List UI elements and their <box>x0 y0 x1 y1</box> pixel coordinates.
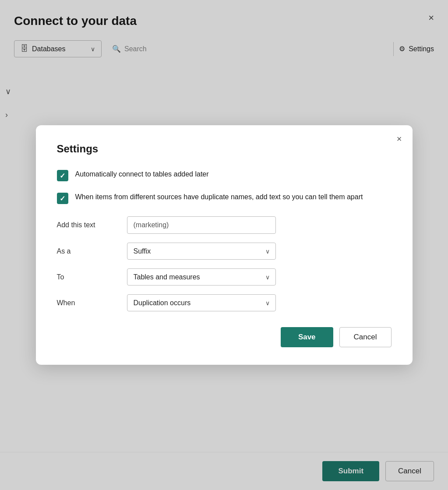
modal-title: Settings <box>57 143 392 155</box>
to-row: To Tables and measures Tables only Measu… <box>57 268 392 286</box>
to-label: To <box>57 273 127 281</box>
checkbox-row-2: ✓ When items from different sources have… <box>57 192 392 204</box>
when-select[interactable]: Duplication occurs Always <box>127 294 276 311</box>
form-section: Add this text As a Suffix Prefix ∨ To <box>57 216 392 311</box>
save-button[interactable]: Save <box>281 327 333 347</box>
settings-modal: Settings × ✓ Automatically connect to ta… <box>36 125 413 365</box>
checkbox1-label: Automatically connect to tables added la… <box>75 169 209 180</box>
as-a-label: As a <box>57 247 127 255</box>
to-select-wrapper: Tables and measures Tables only Measures… <box>127 268 276 286</box>
checkmark-icon: ✓ <box>60 172 65 180</box>
modal-footer: Save Cancel <box>57 327 392 347</box>
when-row: When Duplication occurs Always ∨ <box>57 294 392 311</box>
to-select[interactable]: Tables and measures Tables only Measures… <box>127 268 276 286</box>
modal-close-button[interactable]: × <box>397 134 402 144</box>
checkbox-row-1: ✓ Automatically connect to tables added … <box>57 169 392 181</box>
suffix-select[interactable]: Suffix Prefix <box>127 243 276 260</box>
add-text-input[interactable] <box>127 216 276 234</box>
when-label: When <box>57 299 127 307</box>
add-text-label: Add this text <box>57 221 127 229</box>
when-select-wrapper: Duplication occurs Always ∨ <box>127 294 276 311</box>
add-text-row: Add this text <box>57 216 392 234</box>
checkmark-2-icon: ✓ <box>60 194 65 203</box>
as-a-row: As a Suffix Prefix ∨ <box>57 243 392 260</box>
modal-cancel-button[interactable]: Cancel <box>339 327 392 347</box>
checkbox-auto-connect[interactable]: ✓ <box>57 170 68 181</box>
suffix-select-wrapper: Suffix Prefix ∨ <box>127 243 276 260</box>
checkbox-duplicate-names[interactable]: ✓ <box>57 193 68 204</box>
checkbox2-label: When items from different sources have d… <box>75 192 363 202</box>
modal-overlay: Settings × ✓ Automatically connect to ta… <box>0 0 448 490</box>
